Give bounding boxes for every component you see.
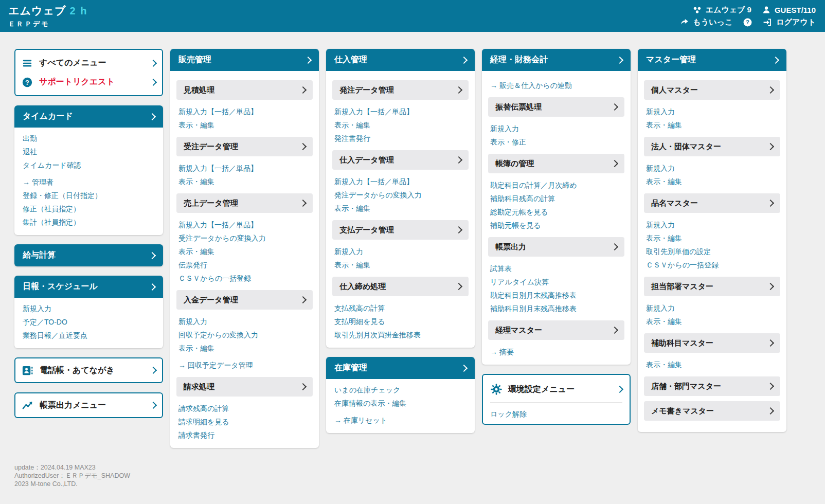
menu-link[interactable]: 新規入力 — [482, 122, 631, 135]
menu-subheader[interactable]: 売上データ管理 — [176, 193, 313, 213]
menu-link[interactable]: → 管理者 — [14, 175, 163, 189]
menu-link[interactable]: 業務日報／直近要点 — [14, 329, 163, 342]
menu-link[interactable]: 表示・編集 — [326, 118, 475, 132]
menu-subheader[interactable]: 補助科目マスター — [644, 333, 780, 353]
menu-link[interactable]: 新規入力【一括／単品】 — [170, 161, 319, 175]
menu-link[interactable]: リアルタイム決算 — [482, 275, 631, 289]
menu-subheader[interactable]: 請求処理 — [176, 377, 313, 397]
menu-link[interactable]: → 販売＆仕入からの連動 — [482, 79, 631, 92]
settings-menu-header[interactable]: 環境設定メニュー — [483, 379, 630, 400]
menu-link[interactable]: 表示・編集 — [638, 231, 786, 245]
menu-link[interactable]: 受注データからの変換入力 — [170, 231, 319, 245]
menu-link[interactable]: 請求明細を見る — [170, 415, 319, 428]
menu-link[interactable]: 補助科目別月末残高推移表 — [482, 302, 631, 315]
menu-link[interactable]: 表示・編集 — [638, 175, 786, 188]
menu-subheader[interactable]: 帳簿の管理 — [488, 154, 624, 173]
menu-link[interactable]: 新規入力 — [638, 105, 786, 118]
menu-link[interactable]: 表示・修正 — [482, 135, 631, 149]
support-request-item[interactable]: ? サポートリクエスト — [22, 73, 156, 92]
menu-link[interactable]: 支払明細を見る — [326, 315, 475, 328]
menu-link[interactable]: 補助元帳を見る — [482, 219, 631, 232]
menu-link[interactable]: 請求残高の計算 — [170, 402, 319, 415]
menu-link[interactable]: → 摘要 — [482, 345, 631, 358]
menu-link[interactable]: 新規入力【一括／単品】 — [326, 175, 475, 188]
menu-subheader[interactable]: 仕入締め処理 — [332, 277, 469, 296]
menu-link[interactable]: 表示・編集 — [638, 358, 786, 371]
menu-link[interactable]: 退社 — [14, 145, 163, 158]
menu-link[interactable]: 表示・編集 — [326, 202, 475, 215]
menu-subheader[interactable]: 振替伝票処理 — [488, 97, 624, 117]
menu-link[interactable]: 請求書発行 — [170, 428, 319, 442]
menu-link[interactable]: 新規入力【一括／単品】 — [326, 105, 475, 118]
menu-link[interactable]: 発注データからの変換入力 — [326, 188, 475, 202]
menu-link[interactable]: 表示・編集 — [170, 175, 319, 188]
menu-link[interactable]: 伝票発行 — [170, 258, 319, 272]
menu-link[interactable]: → 回収予定データ管理 — [170, 358, 319, 372]
menu-link[interactable]: 勘定科目別月末残高推移表 — [482, 289, 631, 302]
phonebook-item[interactable]: 電話帳・あてながき — [22, 361, 156, 380]
nav-help[interactable]: ? — [743, 17, 752, 27]
app-logo[interactable]: エムウェブ 2 h ＥＲＰデモ — [8, 4, 87, 29]
nav-app-instance[interactable]: エムウェブ 9 — [692, 5, 751, 15]
menu-link[interactable]: 新規入力 — [638, 301, 786, 315]
menu-card-header[interactable]: 在庫管理 — [326, 357, 475, 379]
menu-subheader[interactable]: メモ書きマスター — [644, 401, 780, 421]
daily-report-header[interactable]: 日報・スケジュール — [14, 276, 163, 298]
menu-link[interactable]: 新規入力 — [326, 245, 475, 258]
menu-link[interactable]: 取引先別単価の設定 — [638, 245, 786, 258]
menu-link[interactable]: 表示・編集 — [638, 315, 786, 328]
menu-subheader[interactable]: 品名マスター — [644, 193, 780, 213]
menu-link[interactable]: タイムカード確認 — [14, 158, 163, 172]
menu-link[interactable]: 新規入力 — [638, 161, 786, 175]
menu-card-header[interactable]: 販売管理 — [170, 49, 319, 71]
menu-card-header[interactable]: マスター管理 — [638, 49, 786, 71]
nav-another-window[interactable]: もういっこ — [680, 17, 732, 27]
menu-subheader[interactable]: 支払データ管理 — [332, 220, 469, 240]
menu-subheader[interactable]: 見積処理 — [176, 80, 313, 100]
menu-link[interactable]: → 在庫リセット — [326, 413, 475, 427]
menu-subheader[interactable]: 担当部署マスター — [644, 277, 780, 296]
menu-subheader[interactable]: 個人マスター — [644, 80, 780, 100]
menu-link[interactable]: 支払残高の計算 — [326, 301, 475, 315]
menu-link[interactable]: 新規入力 — [170, 315, 319, 328]
nav-user[interactable]: GUEST/110 — [762, 5, 816, 14]
menu-subheader[interactable]: 帳票出力 — [488, 237, 624, 257]
payroll-header[interactable]: 給与計算 — [14, 244, 163, 266]
menu-link[interactable]: 取引先別月次買掛金推移表 — [326, 328, 475, 341]
menu-link[interactable]: 新規入力 — [14, 302, 163, 315]
menu-link[interactable]: 新規入力【一括／単品】 — [170, 105, 319, 118]
menu-subheader[interactable]: 法人・団体マスター — [644, 137, 780, 156]
menu-link[interactable]: 補助科目残高の計算 — [482, 192, 631, 205]
menu-link[interactable]: 在庫情報の表示・編集 — [326, 397, 475, 410]
menu-link[interactable]: 発注書発行 — [326, 132, 475, 145]
nav-logout[interactable]: ログアウト — [763, 17, 816, 27]
menu-link[interactable]: 表示・編集 — [326, 258, 475, 272]
menu-subheader[interactable]: 発注データ管理 — [332, 80, 469, 100]
menu-link[interactable]: 出勤 — [14, 132, 163, 145]
report-menu-item[interactable]: 帳票出力メニュー — [22, 395, 156, 415]
menu-link[interactable]: 試算表 — [482, 262, 631, 275]
menu-link[interactable]: 勘定科目の計算／月次締め — [482, 178, 631, 192]
menu-link[interactable]: ロック解除 — [483, 405, 630, 421]
timecard-header[interactable]: タイムカード — [14, 105, 163, 128]
menu-link[interactable]: 表示・編集 — [170, 118, 319, 132]
menu-card-header[interactable]: 仕入管理 — [326, 49, 475, 71]
menu-link[interactable]: 集計（社員指定） — [14, 215, 163, 229]
menu-link[interactable]: ＣＳＶからの一括登録 — [170, 272, 319, 285]
menu-link[interactable]: 表示・編集 — [638, 118, 786, 132]
menu-link[interactable]: 総勘定元帳を見る — [482, 205, 631, 219]
menu-link[interactable]: 表示・編集 — [170, 341, 319, 355]
menu-subheader[interactable]: 入金データ管理 — [176, 290, 313, 310]
menu-link[interactable]: 予定／TO-DO — [14, 315, 163, 329]
all-menu-item[interactable]: すべてのメニュー — [22, 53, 156, 73]
menu-link[interactable]: いまの在庫チェック — [326, 383, 475, 397]
menu-subheader[interactable]: 経理マスター — [488, 320, 624, 340]
menu-subheader[interactable]: 仕入データ管理 — [332, 150, 469, 170]
menu-link[interactable]: 登録・修正（日付指定） — [14, 189, 163, 202]
menu-link[interactable]: 新規入力【一括／単品】 — [170, 218, 319, 231]
menu-link[interactable]: 回収予定からの変換入力 — [170, 328, 319, 341]
menu-subheader[interactable]: 店舗・部門マスター — [644, 376, 780, 396]
menu-card-header[interactable]: 経理・財務会計 — [482, 49, 631, 71]
menu-link[interactable]: 修正（社員指定） — [14, 202, 163, 215]
menu-link[interactable]: 表示・編集 — [170, 245, 319, 258]
